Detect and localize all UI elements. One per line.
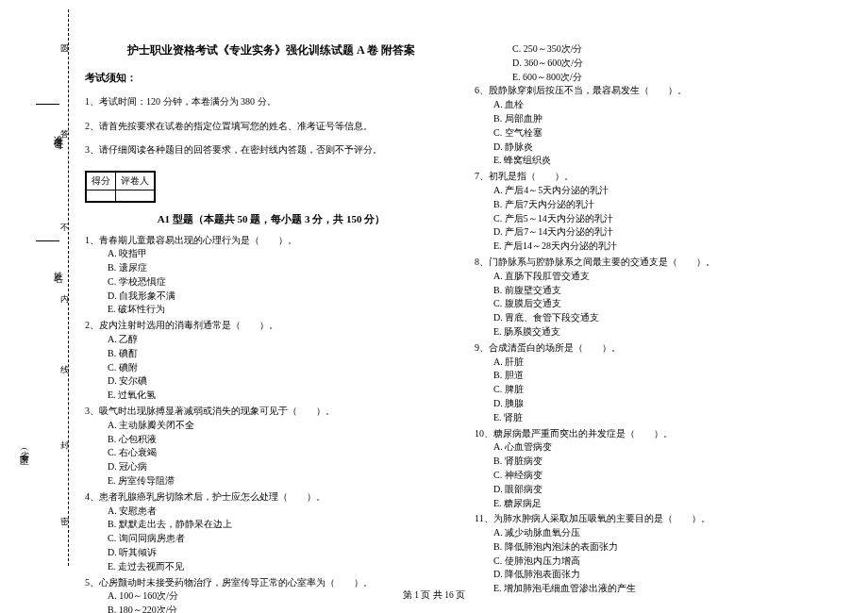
option: B. 降低肺泡内泡沫的表面张力: [475, 540, 847, 555]
sidebar-mark: 封: [58, 434, 71, 439]
question-text: 10、糖尿病最严重而突出的并发症是（ ）。: [475, 427, 847, 441]
question: 8、门静脉系与腔静脉系之间最主要的交通支是（ ）。A. 直肠下段肛管交通支B. …: [475, 256, 847, 340]
option: C. 碘附: [85, 361, 458, 375]
option: B. 产后7天内分泌的乳汁: [475, 198, 847, 212]
option: D. 360～600次/分: [493, 57, 847, 71]
option: C. 腹膜后交通支: [475, 297, 847, 311]
page-footer: 第 1 页 共 16 页: [0, 589, 868, 602]
option: D. 安尔碘: [85, 374, 458, 389]
option: D. 静脉炎: [475, 141, 847, 155]
question-text: 8、门静脉系与腔静脉系之间最主要的交通支是（ ）。: [475, 256, 847, 270]
sidebar-mark: 不: [58, 217, 71, 222]
right-questions-container: 6、股静脉穿刺后按压不当，最容易发生（ ）。A. 血栓B. 局部血肿C. 空气栓…: [475, 84, 847, 596]
question-text: 3、吸气时出现脉搏显著减弱或消失的现象可见于（ ）。: [85, 405, 458, 419]
notice-item: 1、考试时间：120 分钟，本卷满分为 380 分。: [85, 94, 458, 109]
question: 3、吸气时出现脉搏显著减弱或消失的现象可见于（ ）。A. 主动脉瓣关闭不全B. …: [85, 405, 458, 489]
option: A. 主动脉瓣关闭不全: [85, 419, 458, 433]
section-title: A1 型题（本题共 50 题，每小题 3 分，共 150 分）: [85, 212, 458, 226]
option: B. 默默走出去，静静呆在边上: [85, 518, 458, 532]
sidebar-label-examid: 准考证号: [51, 127, 64, 135]
option: B. 遗尿症: [85, 261, 458, 275]
fill-line: [36, 104, 59, 105]
option: B. 碘酊: [85, 347, 458, 361]
sidebar-mark: 内: [58, 288, 71, 292]
option: B. 180～220次/分: [85, 604, 458, 613]
option: A. 安慰患者: [85, 505, 458, 519]
option: E. 房室传导阻滞: [85, 474, 458, 489]
option: C. 脾脏: [475, 383, 847, 397]
option: A. 血栓: [475, 98, 847, 112]
question-text: 9、合成清蛋白的场所是（ ）。: [475, 341, 847, 356]
option: A. 肝脏: [475, 356, 847, 370]
notice-heading: 考试须知：: [85, 72, 458, 85]
option: C. 询问同病房患者: [85, 532, 458, 546]
option: C. 使肺泡内压力增高: [475, 555, 847, 569]
sidebar-label-region: 省（市区）: [17, 443, 30, 453]
question: 1、青春期儿童最容易出现的心理行为是（ ）。A. 咬指甲B. 遗尿症C. 学校恐…: [85, 234, 458, 318]
option: A. 直肠下段肛管交通支: [475, 270, 847, 284]
sidebar-mark: 线: [58, 358, 71, 363]
option: D. 自我形象不满: [85, 290, 458, 304]
notice-item: 2、请首先按要求在试卷的指定位置填写您的姓名、准考证号等信息。: [85, 119, 458, 134]
question: 2、皮内注射时选用的消毒剂通常是（ ）。A. 乙醇B. 碘酊C. 碘附D. 安尔…: [85, 319, 458, 403]
option: A. 减少动脉血氧分压: [475, 526, 847, 540]
exam-title: 护士职业资格考试《专业实务》强化训练试题 A 卷 附答案: [85, 42, 458, 58]
sidebar-mark: 密: [58, 509, 71, 514]
option: D. 胃底、食管下段交通支: [475, 311, 847, 325]
option: D. 降低肺泡表面张力: [475, 568, 847, 582]
question: 4、患者乳腺癌乳房切除术后，护士应怎么处理（ ）。A. 安慰患者B. 默默走出去…: [85, 490, 458, 574]
option: E. 糖尿病足: [475, 497, 847, 511]
sidebar-mark: 圆: [58, 38, 71, 42]
score-cell: [87, 190, 116, 201]
question-text: 2、皮内注射时选用的消毒剂通常是（ ）。: [85, 319, 458, 333]
question-text: 11、为肺水肿病人采取加压吸氧的主要目的是（ ）。: [475, 512, 847, 526]
option: E. 走过去视而不见: [85, 560, 458, 574]
question: 7、初乳是指（ ）。A. 产后4～5天内分泌的乳汁B. 产后7天内分泌的乳汁C.…: [475, 170, 847, 254]
option: B. 局部血肿: [475, 112, 847, 126]
option: E. 过氧化氢: [85, 389, 458, 403]
question: 11、为肺水肿病人采取加压吸氧的主要目的是（ ）。A. 减少动脉血氧分压B. 降…: [475, 512, 847, 596]
question-text: 6、股静脉穿刺后按压不当，最容易发生（ ）。: [475, 84, 847, 98]
option: D. 产后7～14天内分泌的乳汁: [475, 225, 847, 240]
option: E. 破坏性行为: [85, 303, 458, 317]
option: C. 250～350次/分: [493, 42, 847, 57]
main-content: 护士职业资格考试《专业实务》强化训练试题 A 卷 附答案 考试须知： 1、考试时…: [85, 42, 849, 613]
option: A. 产后4～5天内分泌的乳汁: [475, 184, 847, 198]
option: E. 肾脏: [475, 411, 847, 425]
option: C. 学校恐惧症: [85, 275, 458, 290]
grader-label: 评卷人: [116, 172, 155, 190]
option: C. 空气栓塞: [475, 126, 847, 141]
score-label: 得分: [87, 172, 116, 190]
option: C. 产后5～14天内分泌的乳汁: [475, 212, 847, 226]
option: A. 心血管病变: [475, 440, 847, 455]
question-text: 1、青春期儿童最容易出现的心理行为是（ ）。: [85, 234, 458, 248]
option: D. 听其倾诉: [85, 546, 458, 560]
score-table: 得分 评卷人: [85, 171, 156, 203]
question: 10、糖尿病最严重而突出的并发症是（ ）。A. 心血管病变B. 肾脏病变C. 神…: [475, 427, 847, 511]
question: 9、合成清蛋白的场所是（ ）。A. 肝脏B. 胆道C. 脾脏D. 胰腺E. 肾脏: [475, 341, 847, 425]
option: B. 心包积液: [85, 433, 458, 447]
sidebar-vertical-area: 圆 答 不 内 线 封 密 准考证号 姓名 省（市区）: [0, 0, 75, 566]
question-text: 4、患者乳腺癌乳房切除术后，护士应怎么处理（ ）。: [85, 490, 458, 505]
option: C. 神经病变: [475, 469, 847, 483]
option: D. 冠心病: [85, 460, 458, 474]
option: B. 前腹壁交通支: [475, 284, 847, 298]
option: D. 胰腺: [475, 397, 847, 411]
option: A. 乙醇: [85, 333, 458, 347]
fill-line: [36, 240, 59, 241]
option: B. 胆道: [475, 369, 847, 383]
right-column: C. 250～350次/分 D. 360～600次/分 E. 600～800次/…: [475, 42, 847, 613]
option: E. 600～800次/分: [493, 71, 847, 85]
sidebar-label-name: 姓名: [51, 264, 64, 268]
left-column: 护士职业资格考试《专业实务》强化训练试题 A 卷 附答案 考试须知： 1、考试时…: [85, 42, 458, 613]
q5-continued-options: C. 250～350次/分 D. 360～600次/分 E. 600～800次/…: [475, 42, 847, 84]
question-text: 5、心房颤动时未接受药物治疗，房室传导正常的心室率为（ ）。: [85, 576, 458, 590]
option: A. 咬指甲: [85, 247, 458, 261]
option: E. 产后14～28天内分泌的乳汁: [475, 240, 847, 254]
question: 6、股静脉穿刺后按压不当，最容易发生（ ）。A. 血栓B. 局部血肿C. 空气栓…: [475, 84, 847, 168]
left-questions-container: 1、青春期儿童最容易出现的心理行为是（ ）。A. 咬指甲B. 遗尿症C. 学校恐…: [85, 234, 458, 614]
option: B. 肾脏病变: [475, 455, 847, 469]
option: D. 眼部病变: [475, 483, 847, 497]
question-text: 7、初乳是指（ ）。: [475, 170, 847, 184]
option: E. 蜂窝组织炎: [475, 154, 847, 168]
